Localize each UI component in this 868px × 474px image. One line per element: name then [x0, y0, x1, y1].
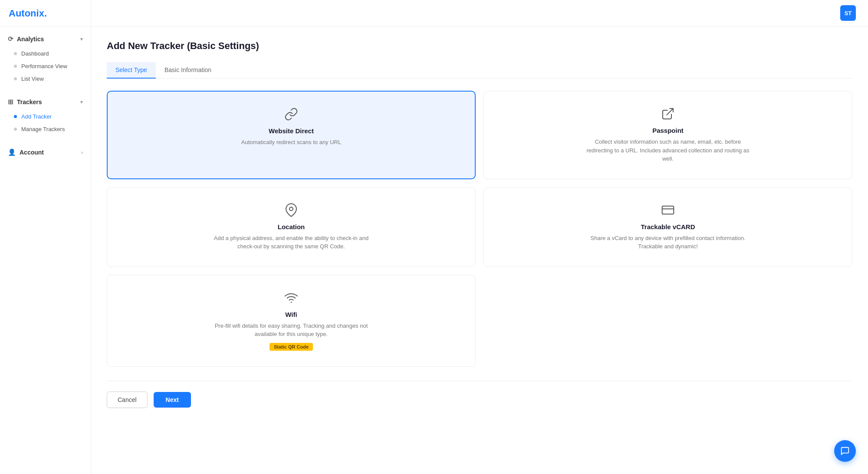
tracker-card-wifi[interactable]: Wifi Pre-fill wifi details for easy shar… — [107, 275, 476, 367]
sidebar-analytics-section: ⟳ Analytics ▾ Dashboard Performance View… — [0, 26, 91, 89]
svg-line-0 — [667, 109, 673, 115]
cancel-button[interactable]: Cancel — [107, 392, 148, 408]
vcard-description: Share a vCard to any device with prefill… — [585, 234, 750, 251]
location-description: Add a physical address, and enable the a… — [209, 234, 374, 251]
tab-basic-information-label: Basic Information — [164, 66, 211, 73]
list-view-label: List View — [21, 76, 44, 82]
sidebar-account-group[interactable]: 👤 Account › — [0, 144, 91, 161]
main-content: ST Add New Tracker (Basic Settings) Sele… — [91, 0, 868, 474]
performance-dot — [14, 65, 17, 68]
sidebar-item-dashboard[interactable]: Dashboard — [0, 47, 91, 60]
logo: Autonix. — [0, 0, 91, 26]
static-qr-badge: Static QR Code — [270, 343, 313, 351]
trackers-label: Trackers — [17, 99, 42, 105]
account-label: Account — [20, 149, 44, 156]
add-tracker-label: Add Tracker — [21, 113, 52, 120]
sidebar-analytics-items: Dashboard Performance View List View — [0, 47, 91, 85]
tabs-bar: Select Type Basic Information — [107, 62, 852, 79]
tracker-card-location[interactable]: Location Add a physical address, and ena… — [107, 187, 476, 267]
svg-rect-2 — [662, 206, 674, 214]
sidebar: Autonix. ⟳ Analytics ▾ Dashboard Perform… — [0, 0, 91, 474]
content-area: Add New Tracker (Basic Settings) Select … — [91, 26, 868, 474]
passpoint-description: Collect visitor information such as name… — [585, 138, 750, 163]
add-tracker-dot — [14, 115, 17, 118]
account-chevron: › — [81, 150, 83, 155]
sidebar-item-performance-view[interactable]: Performance View — [0, 60, 91, 72]
tracker-card-vcard[interactable]: Trackable vCARD Share a vCard to any dev… — [483, 187, 852, 267]
tab-basic-information[interactable]: Basic Information — [156, 62, 220, 79]
analytics-icon: ⟳ — [8, 35, 13, 43]
tracker-card-website-direct[interactable]: Website Direct Automatically redirect sc… — [107, 91, 476, 179]
vcard-title: Trackable vCARD — [641, 223, 695, 230]
manage-trackers-dot — [14, 128, 17, 131]
tracker-card-passpoint[interactable]: Passpoint Collect visitor information su… — [483, 91, 852, 179]
list-view-dot — [14, 77, 17, 80]
dashboard-label: Dashboard — [21, 50, 49, 57]
sidebar-trackers-group[interactable]: ⊞ Trackers ▾ — [0, 94, 91, 110]
trackers-icon: ⊞ — [8, 98, 13, 106]
sidebar-item-list-view[interactable]: List View — [0, 72, 91, 85]
location-title: Location — [278, 223, 305, 230]
sidebar-trackers-section: ⊞ Trackers ▾ Add Tracker Manage Trackers — [0, 89, 91, 140]
user-avatar[interactable]: ST — [840, 5, 856, 21]
link-icon — [284, 107, 298, 121]
page-title: Add New Tracker (Basic Settings) — [107, 40, 852, 52]
dashboard-dot — [14, 52, 17, 55]
passpoint-title: Passpoint — [652, 127, 684, 134]
next-button[interactable]: Next — [154, 392, 191, 408]
wifi-icon — [284, 291, 298, 305]
trackers-chevron: ▾ — [80, 99, 83, 105]
external-link-icon — [661, 107, 675, 121]
website-direct-description: Automatically redirect scans to any URL — [241, 138, 341, 147]
account-icon: 👤 — [8, 148, 16, 156]
tracker-types-grid: Website Direct Automatically redirect sc… — [107, 91, 852, 367]
chat-fab-button[interactable] — [834, 440, 856, 462]
sidebar-account-section: 👤 Account › — [0, 140, 91, 165]
wifi-title: Wifi — [285, 311, 297, 318]
footer-actions: Cancel Next — [107, 381, 852, 412]
map-pin-icon — [284, 203, 298, 217]
sidebar-trackers-items: Add Tracker Manage Trackers — [0, 110, 91, 135]
brand-name: Autonix. — [9, 8, 47, 19]
tab-select-type-label: Select Type — [115, 66, 147, 73]
website-direct-title: Website Direct — [269, 127, 314, 135]
svg-point-1 — [289, 207, 293, 211]
card-icon — [661, 203, 675, 217]
analytics-label: Analytics — [17, 36, 44, 43]
chat-icon — [840, 446, 850, 456]
sidebar-analytics-group[interactable]: ⟳ Analytics ▾ — [0, 31, 91, 47]
wifi-description: Pre-fill wifi details for easy sharing. … — [209, 322, 374, 339]
sidebar-item-add-tracker[interactable]: Add Tracker — [0, 110, 91, 123]
tab-select-type[interactable]: Select Type — [107, 62, 156, 79]
performance-label: Performance View — [21, 63, 67, 69]
topbar: ST — [91, 0, 868, 26]
manage-trackers-label: Manage Trackers — [21, 126, 65, 132]
analytics-chevron: ▾ — [80, 36, 83, 42]
sidebar-item-manage-trackers[interactable]: Manage Trackers — [0, 123, 91, 135]
